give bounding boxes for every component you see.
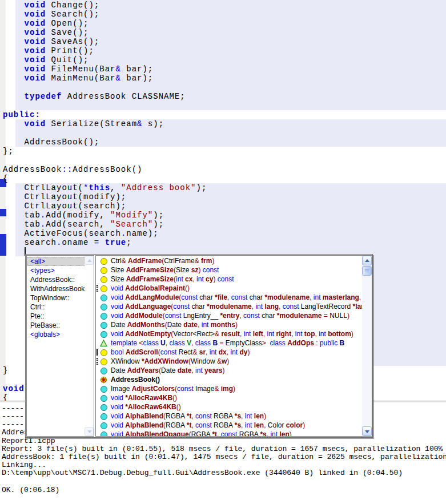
code-segment: s); [142, 119, 164, 128]
assist-method-item[interactable]: void AlphaBlend(RGBA *t, const RGBA *s, … [96, 421, 362, 430]
code-segment: RGBA [166, 412, 187, 420]
scope-label: Pte:: [30, 312, 45, 320]
code-segment: LangTextRecord [301, 303, 353, 311]
code-segment: SaveAs(); [46, 37, 99, 46]
assist-scope-item[interactable]: WithAddressBook▸ [27, 284, 86, 293]
global-function-icon [100, 404, 107, 411]
assist-scope-item[interactable]: Pte:: [27, 312, 86, 321]
scope-list-scrollbar [85, 256, 94, 436]
code-segment: ) [198, 266, 202, 274]
code-segment: LngEntry__ [183, 312, 220, 320]
code-segment: int [210, 348, 219, 356]
code-segment [3, 37, 25, 46]
scroll-down-button[interactable] [362, 426, 372, 436]
code-segment [99, 238, 105, 247]
assist-scope-item[interactable]: <types> [27, 266, 86, 275]
code-segment: ); [153, 211, 164, 220]
code-segment: Open(); [46, 19, 89, 28]
global-function-icon [100, 431, 107, 437]
code-segment [3, 74, 25, 83]
code-segment: AddScroll [126, 348, 158, 356]
code-segment: class [195, 339, 213, 347]
assist-method-item[interactable]: void *AllocRaw64KB() [96, 402, 362, 412]
code-segment: & [214, 385, 220, 393]
assist-scope-item[interactable]: Ctrl:: [27, 303, 86, 312]
assist-method-item[interactable]: XWindow *AddXWindow(Window &w) [96, 357, 362, 366]
assist-method-item[interactable]: template <class U, class V, class B = Em… [96, 338, 362, 348]
code-segment: NULL [330, 312, 347, 320]
code-line: AddressBook::AddressBook() [3, 165, 142, 174]
code-segment: len [254, 412, 264, 420]
assist-scope-item[interactable]: <globals> [27, 330, 86, 339]
code-segment: ) [248, 348, 250, 356]
code-line: void FileMenu(Bar& bar); [3, 64, 153, 74]
code-segment: = [94, 238, 99, 247]
assist-method-item[interactable]: void AddLanguage(const char *modulename,… [96, 302, 362, 311]
method-icon [100, 358, 107, 365]
assist-method-item[interactable]: void *AllocRaw4KB() [96, 393, 362, 402]
code-segment: const [221, 430, 239, 437]
code-segment: int [255, 303, 264, 311]
code-segment: RGBA [191, 430, 212, 437]
code-segment: & [192, 348, 199, 356]
assist-method-item[interactable]: Ctrl& AddFrame(CtrlFrame& frm) [96, 256, 362, 265]
method-list-scrollbar[interactable] [362, 256, 372, 436]
assist-method-item[interactable]: Size AddFrameSize(int cx, int cy) const [96, 275, 362, 284]
code-segment: AddLanguage [125, 303, 171, 311]
code-segment: template [111, 339, 139, 347]
assist-scope-item[interactable]: PteBase:: [27, 321, 86, 330]
method-signature: AddressBook() [111, 375, 160, 384]
assist-method-item[interactable]: Date AddMonths(Date date, int months) [96, 320, 362, 329]
code-segment: AlphaBlend [125, 421, 163, 429]
code-segment: left [253, 330, 263, 338]
code-segment: RGBA [239, 430, 260, 437]
code-segment: () [172, 394, 177, 402]
code-segment: = [322, 312, 330, 320]
code-segment: *t [212, 430, 217, 437]
scope-label: WithAddressBook [30, 285, 85, 293]
code-segment: img [221, 385, 233, 393]
code-line: void Open(); [3, 19, 89, 28]
code-segment [3, 64, 25, 74]
assist-method-item[interactable]: void AlphaBlend(RGBA *t, const RGBA *s, … [96, 412, 362, 421]
assist-method-item[interactable]: bool AddScroll(const Rect& sr, int dx, i… [96, 348, 362, 357]
code-segment: & [122, 257, 128, 265]
scroll-down-icon [85, 427, 94, 436]
method-icon [100, 285, 107, 292]
scrollbar-thumb[interactable] [362, 266, 372, 276]
method-signature: void AlphaBlend(RGBA *t, const RGBA *s, … [111, 412, 266, 421]
code-segment: true [105, 238, 127, 247]
assist-method-item[interactable]: void AddGlobalRepaint() [96, 284, 362, 293]
assist-method-item[interactable]: void AddModule(const LngEntry__ *entry, … [96, 311, 362, 320]
code-segment: () [176, 403, 181, 411]
assist-scope-item[interactable]: TopWindow:: [27, 293, 86, 303]
assist-method-item[interactable]: Size AddFrameSize(Size sz) const [96, 265, 362, 275]
method-signature: void AddNotEmpty(Vector<Rect>& result, i… [111, 329, 353, 338]
assist-method-item[interactable]: void AlphaBlendOpaque(RGBA *t, const RGB… [96, 430, 362, 437]
code-segment: :: [62, 165, 73, 174]
assist-method-item[interactable]: void AddNotEmpty(Vector<Rect>& result, i… [96, 329, 362, 338]
log-line: ----- [2, 405, 29, 413]
assist-method-item[interactable]: AddressBook() [96, 375, 362, 384]
code-segment: "Address book" [121, 183, 196, 192]
code-segment: void [111, 303, 125, 311]
code-segment: *modulename [264, 293, 310, 301]
assist-method-item[interactable]: Image AdjustColors(const Image& img) [96, 384, 362, 393]
code-line: CtrlLayout(search); [3, 201, 126, 211]
assist-scope-item[interactable]: <all> [27, 257, 86, 266]
code-segment: Image [111, 385, 132, 393]
code-segment: } [3, 366, 8, 375]
code-segment: *AllocRaw4KB [125, 394, 172, 402]
code-segment: , [110, 183, 121, 192]
code-segment: AddNotEmpty [125, 330, 171, 338]
code-segment: , [198, 321, 202, 329]
assist-method-item[interactable]: void AddLangModule(const char *file, con… [96, 293, 362, 302]
method-signature: void *AllocRaw4KB() [111, 393, 177, 402]
assist-scope-item[interactable]: AddressBook:: [27, 275, 86, 284]
scroll-up-button[interactable] [362, 256, 372, 265]
theide-window: void Change(); void Search(); void Open(… [0, 0, 446, 504]
code-line: search.oname = true; [3, 238, 132, 247]
assist-method-item[interactable]: Date AddYears(Date date, int years) [96, 366, 362, 375]
code-segment: AddressBook() [73, 165, 142, 174]
code-segment: *AllocRaw64KB [125, 403, 176, 411]
